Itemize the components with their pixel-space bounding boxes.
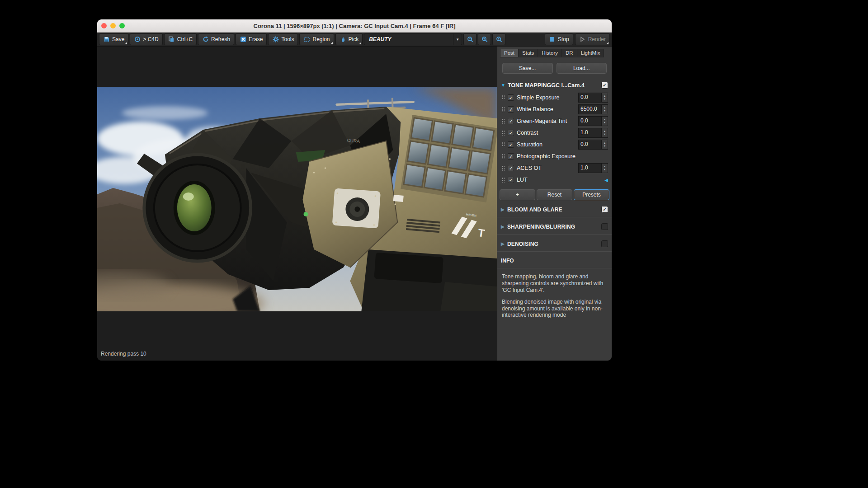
spinner-icon[interactable]: [601, 105, 608, 114]
panel-tabs: Post Stats History DR LightMix: [500, 49, 609, 57]
dropdown-corner-icon: [607, 42, 609, 44]
dropdown-corner-icon: [331, 42, 333, 44]
zoom-in-button[interactable]: [478, 33, 491, 45]
status-text: Rendering pass 10: [101, 351, 146, 357]
sharpening-label: SHARPENING/BLURRING: [507, 224, 575, 230]
tools-button[interactable]: Tools: [268, 33, 298, 45]
fullscreen-button[interactable]: [119, 23, 125, 28]
tab-stats[interactable]: Stats: [519, 49, 538, 57]
copy-button[interactable]: Ctrl+C: [164, 33, 197, 45]
drag-handle-icon[interactable]: [501, 165, 505, 171]
simple-exposure-label: Simple Exposure: [517, 94, 560, 101]
drag-handle-icon[interactable]: [501, 130, 505, 136]
copy-icon: [168, 36, 175, 43]
tone-row: Saturation 0.0: [497, 139, 612, 150]
simple-exposure-input[interactable]: 0.0: [578, 93, 608, 103]
pick-button[interactable]: Pick: [335, 33, 363, 45]
tone-row: ACES OT 1.0: [497, 162, 612, 174]
tone-mapping-title: TONE MAPPING: [508, 82, 551, 89]
green-magenta-value: 0.0: [579, 117, 601, 126]
region-button[interactable]: Region: [299, 33, 334, 45]
erase-button[interactable]: Erase: [236, 33, 267, 45]
contrast-checkbox[interactable]: [508, 130, 514, 136]
stop-icon: [549, 36, 556, 43]
drag-handle-icon[interactable]: [501, 107, 505, 112]
tab-dr[interactable]: DR: [562, 49, 577, 57]
divider: [497, 217, 612, 217]
render-controls: Stop Render: [545, 33, 610, 45]
white-balance-checkbox[interactable]: [508, 106, 514, 113]
tools-label: Tools: [281, 36, 294, 42]
spinner-icon[interactable]: [601, 117, 608, 126]
svg-text:CURA: CURA: [347, 138, 360, 144]
drag-handle-icon[interactable]: [501, 177, 505, 183]
aces-ot-value: 1.0: [579, 164, 601, 173]
save-icon: [103, 36, 110, 43]
minimize-button[interactable]: [110, 23, 116, 28]
saturation-input[interactable]: 0.0: [578, 140, 608, 150]
zoom-reset-button[interactable]: [492, 33, 505, 45]
white-balance-input[interactable]: 6500.0: [578, 104, 608, 114]
zoom-out-button[interactable]: [463, 33, 476, 45]
tone-mapping-camera: GC I...Cam.4: [551, 82, 585, 89]
spinner-icon[interactable]: [601, 164, 608, 173]
render-viewport[interactable]: HAVEN T CURA: [97, 47, 497, 361]
lut-expand-icon[interactable]: [604, 178, 608, 183]
drag-handle-icon[interactable]: [501, 118, 505, 124]
tab-lightmix[interactable]: LightMix: [577, 49, 604, 57]
tab-post[interactable]: Post: [500, 49, 519, 57]
green-magenta-checkbox[interactable]: [508, 118, 514, 124]
render-button[interactable]: Render: [575, 33, 610, 45]
stop-button[interactable]: Stop: [545, 33, 573, 45]
lut-checkbox[interactable]: [508, 177, 514, 183]
erase-label: Erase: [249, 36, 263, 42]
denoising-checkbox[interactable]: [601, 240, 608, 247]
expand-triangle-icon[interactable]: [501, 224, 505, 229]
load-settings-button[interactable]: Load...: [557, 63, 607, 74]
simple-exposure-value: 0.0: [579, 93, 601, 102]
to-c4d-button[interactable]: > C4D: [130, 33, 162, 45]
aces-ot-input[interactable]: 1.0: [578, 163, 608, 173]
photographic-exposure-checkbox[interactable]: [508, 153, 514, 160]
reset-button[interactable]: Reset: [537, 189, 572, 200]
sharpening-section[interactable]: SHARPENING/BLURRING: [501, 223, 608, 230]
spinner-icon[interactable]: [601, 128, 608, 137]
tone-mapping-checkbox[interactable]: [601, 82, 608, 89]
tone-row: White Balance 6500.0: [497, 103, 612, 115]
denoising-section[interactable]: DENOISING: [501, 240, 608, 247]
expand-triangle-icon[interactable]: [501, 241, 505, 246]
green-magenta-input[interactable]: 0.0: [578, 116, 608, 126]
refresh-button[interactable]: Refresh: [198, 33, 234, 45]
rendered-image: HAVEN T CURA: [97, 87, 497, 311]
collapse-triangle-icon[interactable]: [501, 83, 505, 88]
toolbar: Save > C4D Ctrl+C Refresh Erase Tools Re…: [97, 33, 612, 47]
close-button[interactable]: [101, 23, 107, 28]
saturation-checkbox[interactable]: [508, 141, 514, 148]
expand-triangle-icon[interactable]: [501, 207, 505, 212]
bloom-glare-label: BLOOM AND GLARE: [507, 206, 562, 213]
aces-ot-checkbox[interactable]: [508, 165, 514, 171]
bloom-glare-checkbox[interactable]: [601, 206, 608, 213]
save-button[interactable]: Save: [99, 33, 128, 45]
tone-row: Contrast 1.0: [497, 127, 612, 139]
simple-exposure-checkbox[interactable]: [508, 94, 514, 101]
channel-value: BEAUTY: [369, 36, 391, 42]
tab-history[interactable]: History: [538, 49, 562, 57]
drag-handle-icon[interactable]: [501, 154, 505, 159]
divider: [497, 234, 612, 235]
sharpening-checkbox[interactable]: [601, 223, 608, 230]
divider: [497, 268, 612, 268]
chevron-down-icon[interactable]: [453, 34, 462, 45]
add-operator-button[interactable]: +: [500, 189, 535, 200]
presets-button[interactable]: Presets: [574, 189, 609, 200]
drag-handle-icon[interactable]: [501, 95, 505, 100]
drag-handle-icon[interactable]: [501, 142, 505, 147]
channel-selector[interactable]: BEAUTY: [364, 33, 462, 45]
spinner-icon[interactable]: [601, 140, 608, 149]
bloom-glare-section[interactable]: BLOOM AND GLARE: [501, 206, 608, 213]
titlebar[interactable]: Corona 11 | 1596×897px (1:1) | Camera: G…: [97, 19, 612, 33]
spinner-icon[interactable]: [601, 93, 608, 102]
save-settings-button[interactable]: Save...: [502, 63, 553, 74]
tone-mapping-header[interactable]: TONE MAPPING GC I...Cam.4: [501, 82, 608, 89]
contrast-input[interactable]: 1.0: [578, 128, 608, 138]
